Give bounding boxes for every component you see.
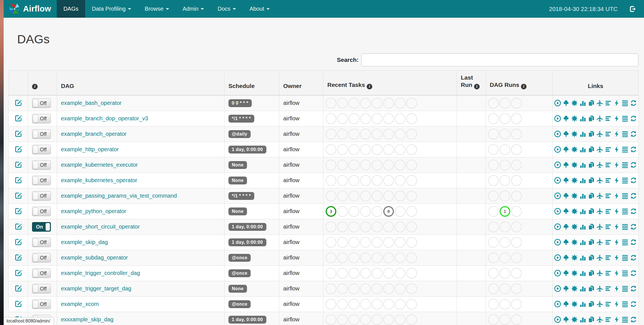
task-state-circle[interactable] [349, 98, 359, 109]
task-state-circle[interactable] [406, 283, 417, 294]
dag-run-state-circle[interactable] [500, 144, 510, 155]
task-tries-icon[interactable] [588, 270, 595, 277]
task-state-circle[interactable] [349, 129, 359, 139]
task-state-circle[interactable] [395, 98, 405, 109]
dag-pause-toggle[interactable]: Off [32, 176, 51, 185]
task-state-circle[interactable] [406, 268, 417, 279]
dag-name-link[interactable]: example_kubernetes_executor [61, 162, 138, 168]
task-state-circle[interactable] [406, 222, 417, 232]
task-state-circle[interactable] [360, 314, 371, 325]
task-state-circle[interactable] [406, 237, 417, 248]
dag-name-link[interactable]: example_subdag_operator [61, 254, 128, 261]
refresh-icon[interactable] [630, 130, 637, 137]
graph-view-icon[interactable] [571, 161, 578, 168]
dag-run-state-circle[interactable] [488, 113, 499, 124]
task-state-circle[interactable] [372, 268, 382, 279]
dag-name-link[interactable]: example_skip_dag [61, 239, 108, 245]
task-state-circle[interactable] [326, 314, 336, 325]
code-view-icon[interactable] [613, 177, 620, 184]
logs-icon[interactable] [622, 270, 629, 277]
task-state-circle[interactable] [395, 314, 405, 325]
task-state-circle[interactable] [360, 98, 371, 109]
dag-run-state-circle[interactable] [500, 283, 510, 294]
code-view-icon[interactable] [613, 301, 620, 308]
graph-view-icon[interactable] [571, 115, 578, 122]
edit-dag-icon[interactable] [15, 130, 22, 137]
landing-times-icon[interactable] [596, 208, 603, 215]
dag-run-state-circle[interactable] [488, 314, 499, 325]
task-state-circle[interactable] [337, 299, 348, 310]
trigger-dag-icon[interactable] [554, 316, 561, 323]
task-state-circle[interactable] [360, 191, 371, 201]
nav-item-docs[interactable]: Docs [211, 0, 243, 18]
nav-item-data-profiling[interactable]: Data Profiling [85, 0, 138, 18]
gantt-view-icon[interactable] [605, 100, 612, 107]
nav-item-admin[interactable]: Admin [176, 0, 211, 18]
code-view-icon[interactable] [613, 239, 620, 246]
dag-name-link[interactable]: exxxample_skip_dag [61, 316, 114, 322]
task-state-circle[interactable] [395, 206, 405, 217]
dag-run-state-circle[interactable] [511, 206, 522, 217]
logs-icon[interactable] [622, 254, 629, 261]
task-duration-icon[interactable] [579, 161, 586, 168]
tree-view-icon[interactable] [563, 161, 570, 168]
task-state-circle[interactable] [372, 299, 382, 310]
logs-icon[interactable] [622, 146, 629, 153]
task-duration-icon[interactable] [579, 254, 586, 261]
dag-run-state-circle[interactable] [511, 129, 522, 139]
logs-icon[interactable] [622, 130, 629, 137]
dag-pause-toggle[interactable]: On [32, 222, 51, 232]
dag-run-state-circle[interactable] [488, 191, 499, 201]
task-state-circle[interactable] [349, 237, 359, 248]
gantt-view-icon[interactable] [605, 115, 612, 122]
task-state-circle[interactable] [406, 144, 417, 155]
task-duration-icon[interactable] [579, 115, 586, 122]
logs-icon[interactable] [622, 192, 629, 199]
task-state-circle[interactable] [372, 222, 382, 232]
landing-times-icon[interactable] [596, 146, 603, 153]
dag-run-state-circle-running[interactable]: 1 [500, 206, 510, 217]
dag-pause-toggle[interactable]: Off [32, 114, 51, 123]
dag-pause-toggle[interactable]: Off [32, 98, 51, 108]
task-state-circle[interactable] [383, 268, 394, 279]
dag-pause-toggle[interactable]: Off [32, 253, 51, 263]
trigger-dag-icon[interactable] [554, 285, 561, 292]
landing-times-icon[interactable] [596, 285, 603, 292]
tree-view-icon[interactable] [563, 192, 570, 199]
dag-run-state-circle[interactable] [488, 268, 499, 279]
dag-run-state-circle[interactable] [488, 129, 499, 139]
task-state-circle[interactable] [337, 206, 348, 217]
landing-times-icon[interactable] [596, 239, 603, 246]
task-state-circle-queued[interactable]: 8 [383, 206, 394, 217]
task-state-circle[interactable] [360, 299, 371, 310]
task-state-circle[interactable] [372, 129, 382, 139]
dag-pause-toggle[interactable]: Off [32, 191, 51, 201]
code-view-icon[interactable] [613, 285, 620, 292]
tree-view-icon[interactable] [563, 270, 570, 277]
graph-view-icon[interactable] [571, 223, 578, 230]
edit-dag-icon[interactable] [15, 176, 22, 184]
task-state-circle[interactable] [337, 283, 348, 294]
gantt-view-icon[interactable] [605, 285, 612, 292]
gantt-view-icon[interactable] [605, 192, 612, 199]
task-state-circle[interactable] [372, 283, 382, 294]
task-tries-icon[interactable] [588, 254, 595, 261]
refresh-icon[interactable] [630, 301, 637, 308]
task-state-circle[interactable] [360, 160, 371, 170]
task-duration-icon[interactable] [579, 223, 586, 230]
task-state-circle[interactable] [326, 191, 336, 201]
task-state-circle[interactable] [360, 175, 371, 186]
task-tries-icon[interactable] [588, 146, 595, 153]
task-state-circle[interactable] [383, 144, 394, 155]
graph-view-icon[interactable] [571, 100, 578, 107]
code-view-icon[interactable] [613, 115, 620, 122]
task-state-circle[interactable] [360, 129, 371, 139]
landing-times-icon[interactable] [596, 223, 603, 230]
dag-run-state-circle[interactable] [488, 206, 499, 217]
trigger-dag-icon[interactable] [554, 254, 561, 261]
landing-times-icon[interactable] [596, 115, 603, 122]
dag-pause-toggle[interactable]: Off [32, 238, 51, 247]
dag-pause-toggle[interactable]: Off [32, 129, 51, 139]
gantt-view-icon[interactable] [605, 239, 612, 246]
task-state-circle[interactable] [406, 252, 417, 263]
